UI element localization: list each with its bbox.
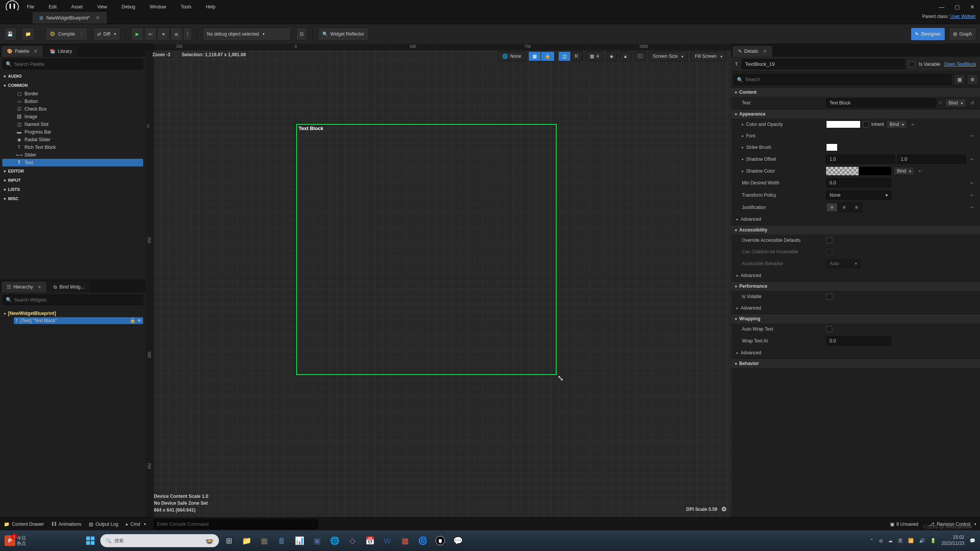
menu-tools[interactable]: Tools xyxy=(178,3,194,11)
close-icon[interactable]: ✕ xyxy=(38,284,41,290)
onedrive-icon[interactable]: ☁ xyxy=(888,538,893,543)
library-tab[interactable]: 📚 Library xyxy=(44,46,77,57)
canvas[interactable]: 250 0 500 750 1000 0 250 500 750 Zoom -3… xyxy=(145,44,731,517)
find-in-blueprint-button[interactable]: ⊡ xyxy=(296,28,307,41)
window-close[interactable]: ✕ xyxy=(969,3,976,11)
output-log-button[interactable]: ▤Output Log xyxy=(89,522,118,527)
explorer-icon[interactable]: 📁 xyxy=(239,533,254,548)
palette-category-common[interactable]: COMMON xyxy=(2,81,143,90)
palette-item-image[interactable]: 🖼Image xyxy=(2,113,143,121)
window-minimize[interactable]: — xyxy=(938,3,946,11)
category-behavior[interactable]: Behavior xyxy=(731,359,980,368)
category-accessibility[interactable]: Accessibility xyxy=(731,225,980,235)
palette-item-checkbox[interactable]: ☑Check Box xyxy=(2,105,143,113)
play-options[interactable]: ⋮ xyxy=(183,28,192,41)
hierarchy-search-input[interactable] xyxy=(14,297,140,303)
is-volatile-checkbox[interactable] xyxy=(826,293,832,300)
menu-view[interactable]: View xyxy=(95,3,109,11)
auto-wrap-checkbox[interactable] xyxy=(826,326,832,332)
wechat-icon[interactable]: 💬 xyxy=(450,533,466,548)
expand-icon[interactable]: ▾ xyxy=(4,311,6,316)
task-view-icon[interactable]: ⊞ xyxy=(221,533,237,548)
browse-button[interactable]: 📁 xyxy=(22,28,34,41)
palette-item-text[interactable]: TText xyxy=(2,159,143,166)
palette-tab[interactable]: 🎨 Palette ✕ xyxy=(2,46,43,57)
details-settings[interactable]: ⚙ xyxy=(967,74,978,85)
palette-item-button[interactable]: ▭Button xyxy=(2,98,143,105)
inherit-checkbox[interactable] xyxy=(863,121,869,127)
edge-icon[interactable]: 🌀 xyxy=(415,533,430,548)
reset-icon[interactable]: ⇠ xyxy=(969,205,976,210)
menu-file[interactable]: File xyxy=(24,3,36,11)
taskbar-clock[interactable]: 15:02 2023/11/23 xyxy=(941,535,964,546)
visibility-icon[interactable]: 👁 xyxy=(137,318,142,323)
menu-edit[interactable]: Edit xyxy=(46,3,59,11)
grid-snap-button[interactable]: ▦ 4 xyxy=(586,51,603,61)
app-icon-2[interactable]: 🗑 xyxy=(274,533,289,548)
screen-size-selector[interactable]: Screen Size ▾ xyxy=(649,51,688,61)
debug-object-selector[interactable]: No debug object selected ▾ xyxy=(203,28,291,41)
justify-center[interactable]: ≡ xyxy=(838,203,850,212)
reset-icon[interactable]: ⇠ xyxy=(917,168,924,174)
minwidth-input[interactable]: 0.0 xyxy=(826,178,891,187)
lock-icon[interactable]: 🔓 xyxy=(130,318,136,323)
reset-icon[interactable]: ↺ xyxy=(969,100,976,106)
justify-left[interactable]: ≡ xyxy=(826,203,838,212)
palette-item-progressbar[interactable]: ▬Progress Bar xyxy=(2,128,143,136)
layout-resolution-button[interactable]: R xyxy=(571,52,582,61)
preview-button[interactable]: 🖵 xyxy=(634,51,646,61)
palette-item-richtext[interactable]: TRich Text Block xyxy=(2,143,143,151)
hierarchy-root[interactable]: ▾ [NewWidgetBlueprint] xyxy=(2,310,143,317)
reset-icon[interactable]: ⇠ xyxy=(910,122,917,127)
layout-dashed-button[interactable]: ▦ xyxy=(529,52,541,61)
color-swatch[interactable] xyxy=(826,121,861,128)
close-icon[interactable]: ✕ xyxy=(96,15,100,21)
step-button[interactable]: ⏭ xyxy=(144,28,157,41)
diff-button[interactable]: ⇄ Diff ▾ xyxy=(93,28,120,41)
menu-asset[interactable]: Asset xyxy=(69,3,85,11)
layout-flow-button[interactable]: ◫ xyxy=(559,52,571,61)
bind-button[interactable]: Bind▾ xyxy=(886,120,907,129)
language-indicator[interactable]: 英 xyxy=(898,538,903,544)
details-tab[interactable]: ✎ Details ✕ xyxy=(733,46,772,57)
prop-advanced-wrap[interactable]: Advanced xyxy=(731,347,980,359)
palette-item-slider[interactable]: ⟷Slider xyxy=(2,151,143,159)
prop-advanced-perf[interactable]: Advanced xyxy=(731,302,980,314)
color-swatch[interactable] xyxy=(826,167,891,175)
prop-label[interactable]: Shadow Offset xyxy=(735,156,823,162)
weather-widget[interactable]: 今日 热点 xyxy=(17,535,26,546)
palette-category-misc[interactable]: MISC xyxy=(2,194,143,203)
tray-app-icon[interactable]: ◎ xyxy=(879,538,883,543)
stop-button[interactable]: ■ xyxy=(157,28,170,41)
palette-category-lists[interactable]: LISTS xyxy=(2,185,143,194)
prop-advanced-accessibility[interactable]: Advanced xyxy=(731,270,980,281)
category-wrapping[interactable]: Wrapping xyxy=(731,314,980,323)
shadow-x-input[interactable]: 1.0 xyxy=(826,155,895,164)
play-button[interactable]: ▶ xyxy=(131,28,144,41)
prop-label[interactable]: Strike Brush xyxy=(735,145,823,150)
powerpoint-icon[interactable]: P1 xyxy=(5,535,15,546)
hierarchy-search[interactable]: 🔍 xyxy=(2,295,143,305)
palette-category-audio[interactable]: AUDIO xyxy=(2,72,143,81)
palette-item-radialslider[interactable]: ◉Radial Slider xyxy=(2,136,143,143)
widget-name-field[interactable]: TextBlock_19 xyxy=(742,59,905,69)
menu-window[interactable]: Window xyxy=(147,3,168,11)
hierarchy-item-text[interactable]: T [Text] "Text Block" 🔓 👁 xyxy=(14,317,143,324)
app-icon-5[interactable]: 📅 xyxy=(362,533,377,548)
wrap-at-input[interactable]: 0.0 xyxy=(826,336,891,346)
designer-mode-button[interactable]: ✎ Designer xyxy=(911,28,945,41)
palette-category-input[interactable]: INPUT xyxy=(2,176,143,185)
start-button[interactable] xyxy=(83,533,98,548)
outline-button[interactable]: ▲ xyxy=(620,51,631,61)
console-input[interactable]: Enter Console Command xyxy=(154,519,318,529)
menu-help[interactable]: Help xyxy=(204,3,218,11)
details-search-input[interactable] xyxy=(745,77,948,82)
flag-icon[interactable]: ⚐ xyxy=(939,100,943,106)
compile-button[interactable]: ⚙ Compile ⋮ xyxy=(46,28,88,41)
palette-search[interactable]: 🔍 xyxy=(2,59,143,69)
hierarchy-tab[interactable]: ☷ Hierarchy ✕ xyxy=(2,282,47,292)
window-maximize[interactable]: ▢ xyxy=(953,3,961,11)
animations-button[interactable]: 🎞Animations xyxy=(52,522,81,527)
reset-icon[interactable]: ⇠ xyxy=(969,192,976,198)
eject-button[interactable]: ⏏ xyxy=(170,28,183,41)
